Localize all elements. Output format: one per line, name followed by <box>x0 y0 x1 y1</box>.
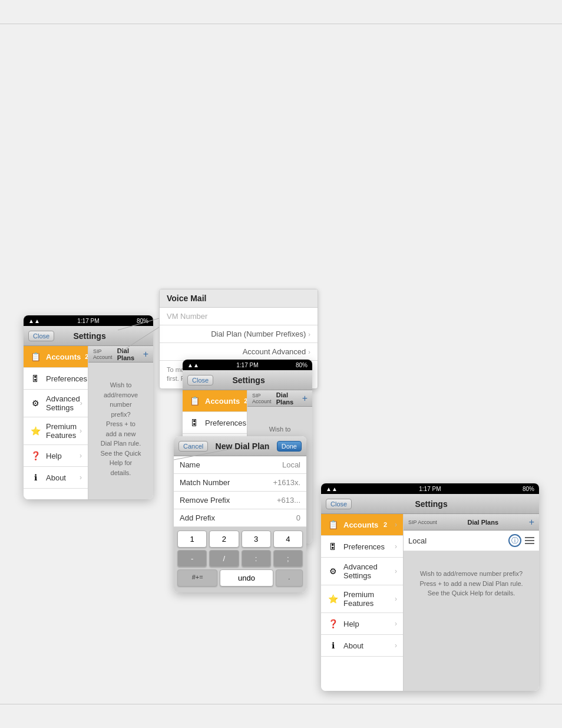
screen4-frame: ▲▲ 1:17 PM 80% Close Settings 📋 Accounts… <box>321 483 539 691</box>
screen3-add-value[interactable]: 0 <box>296 513 300 522</box>
numpad-key-2[interactable]: 2 <box>209 531 239 548</box>
screen1-time: 1:17 PM <box>77 318 99 324</box>
screen4-dialplans-panel: SIP Account Dial Plans + Local ⓘ Wish to… <box>404 514 539 691</box>
screen3-cancel-btn[interactable]: Cancel <box>178 441 208 452</box>
account-advanced-row[interactable]: Account Advanced › <box>160 343 318 361</box>
screen3-name-label: Name <box>180 460 282 469</box>
screen1-item-preferences[interactable]: 🎛 Preferences › <box>24 368 88 390</box>
numpad-key-1[interactable]: 1 <box>177 531 207 548</box>
screen2-accounts-badge: 2 <box>240 397 247 405</box>
screen4-accounts-badge: 2 <box>379 521 391 529</box>
numpad-row-1: 1 2 3 4 <box>177 531 303 548</box>
account-advanced-label: Account Advanced <box>243 347 306 356</box>
screen4-prem-icon: ⭐ <box>327 593 339 605</box>
screen3-remove-row: Remove Prefix +613... <box>174 492 306 509</box>
screen1-frame: ▲▲ 1:17 PM 80% Close Settings 📋 Accounts… <box>24 315 153 499</box>
screen4-prem-chevron: › <box>395 595 397 603</box>
screen4-about-icon: ℹ <box>327 640 339 651</box>
screen1-help-label: Help <box>46 452 80 460</box>
screen3-name-value[interactable]: Local <box>282 460 300 469</box>
help-icon: ❓ <box>29 450 41 462</box>
screen3-add-label: Add Prefix <box>180 513 296 522</box>
screen4-item-premium[interactable]: ⭐ Premium Features › <box>321 585 403 613</box>
screen4-accounts-chevron: › <box>395 521 397 529</box>
top-divider <box>0 24 562 24</box>
screen4-close-btn[interactable]: Close <box>326 499 352 509</box>
screen4-help-chevron: › <box>395 620 397 628</box>
screen4-accounts-label: Accounts <box>343 521 379 529</box>
screen2-dp-nav: SIP Account Dial Plans + <box>247 390 312 407</box>
screen1-dp-title: Dial Plans <box>117 347 143 361</box>
screen3-frame: Cancel New Dial Plan Done Name Local Mat… <box>174 436 306 592</box>
screen4-settings-list: 📋 Accounts 2 › 🎛 Preferences › ⚙ Advance… <box>321 514 404 691</box>
screen1-about-label: About <box>46 473 80 482</box>
screen1-title: Settings <box>73 331 105 341</box>
screen4-accounts-icon: 📋 <box>327 519 339 531</box>
numpad-key-colon[interactable]: : <box>242 550 271 567</box>
screen4-dp-sip: SIP Account <box>408 519 437 525</box>
screen4-status-bar: ▲▲ 1:17 PM 80% <box>321 483 539 494</box>
numpad-key-3[interactable]: 3 <box>242 531 271 548</box>
screen1-accounts-label: Accounts <box>46 353 81 361</box>
screen1-item-help[interactable]: ❓ Help › <box>24 445 88 467</box>
screen1-item-about[interactable]: ℹ About › <box>24 467 88 489</box>
screen3-match-label: Match Number <box>180 478 273 487</box>
numpad-key-dot[interactable]: . <box>276 569 303 587</box>
screen1-item-premium[interactable]: ⭐ Premium Features › <box>24 417 88 445</box>
screen4-dp-hint: Wish to add/remove number prefix? Press … <box>404 569 539 598</box>
screen4-dp-list-item[interactable]: Local ⓘ <box>404 531 539 551</box>
screen3-match-value[interactable]: +1613x. <box>273 478 300 487</box>
screen2-close-btn[interactable]: Close <box>187 375 213 386</box>
screen4-item-accounts[interactable]: 📋 Accounts 2 › <box>321 514 403 536</box>
numpad-row-2: - / : ; <box>177 550 303 567</box>
screen2-accounts-icon: 📋 <box>189 395 200 407</box>
screen4-title: Settings <box>415 499 447 509</box>
screen1-nav-bar: Close Settings <box>24 326 153 346</box>
screen3-remove-value[interactable]: +613... <box>277 496 300 505</box>
screen4-prefs-label: Preferences <box>343 542 395 551</box>
screen2-dp-title: Dial Plans <box>276 391 302 406</box>
screen4-item-about[interactable]: ℹ About › <box>321 635 403 657</box>
numpad-key-undo[interactable]: undo <box>220 569 273 587</box>
screen1-content: 📋 Accounts 2 › 🎛 Preferences › ⚙ Advance… <box>24 346 153 499</box>
screen4-item-help[interactable]: ❓ Help › <box>321 613 403 635</box>
vm-number-field[interactable]: VM Number <box>160 308 318 325</box>
screen1-settings-list: 📋 Accounts 2 › 🎛 Preferences › ⚙ Advance… <box>24 346 88 499</box>
screen4-dp-title: Dial Plans <box>467 519 498 526</box>
screen4-content: 📋 Accounts 2 › 🎛 Preferences › ⚙ Advance… <box>321 514 539 691</box>
screen3-done-btn[interactable]: Done <box>277 441 302 452</box>
screen4-dp-reorder-btn[interactable] <box>525 537 534 544</box>
screen2-title: Settings <box>232 375 265 385</box>
screen4-item-advanced[interactable]: ⚙ Advanced Settings › <box>321 558 403 585</box>
numpad-key-dash[interactable]: - <box>177 550 207 567</box>
screen4-help-icon: ❓ <box>327 618 339 630</box>
screen1-item-accounts[interactable]: 📋 Accounts 2 › <box>24 346 88 368</box>
screen2-time: 1:17 PM <box>236 362 258 368</box>
about-icon: ℹ <box>29 472 41 483</box>
screen2-item-preferences[interactable]: 🎛 Preferences › <box>183 412 247 434</box>
screen4-item-preferences[interactable]: 🎛 Preferences › <box>321 536 403 558</box>
screen4-dp-item-icons: ⓘ <box>508 534 534 547</box>
screen1-close-btn[interactable]: Close <box>28 331 54 341</box>
screen2-dp-plus[interactable]: + <box>302 393 308 404</box>
screen4-dp-nav: SIP Account Dial Plans + <box>404 514 539 531</box>
screen1-prem-label: Premium Features <box>46 422 80 440</box>
screen4-battery: 80% <box>523 486 534 492</box>
screen3-name-row: Name Local <box>174 456 306 474</box>
screen4-prefs-icon: 🎛 <box>327 541 339 552</box>
numpad-key-semicolon[interactable]: ; <box>273 550 303 567</box>
screen1-item-advanced[interactable]: ⚙ Advanced Settings › <box>24 390 88 417</box>
numpad-key-4[interactable]: 4 <box>273 531 303 548</box>
screen2-accounts-label: Accounts <box>205 397 240 406</box>
screen4-dp-plus[interactable]: + <box>529 517 534 528</box>
numpad-key-special[interactable]: #+= <box>177 569 217 587</box>
numpad-key-slash[interactable]: / <box>209 550 239 567</box>
dial-plan-row[interactable]: Dial Plan (Number Prefixes) › <box>160 325 318 343</box>
screen4-time: 1:17 PM <box>419 486 441 492</box>
screen1-signal: ▲▲ <box>28 318 40 324</box>
screen2-battery: 80% <box>296 362 308 368</box>
screen1-dp-plus[interactable]: + <box>143 349 148 360</box>
screen4-signal: ▲▲ <box>326 486 338 492</box>
screen4-dp-info-btn[interactable]: ⓘ <box>508 534 521 547</box>
screen2-item-accounts[interactable]: 📋 Accounts 2 › <box>183 390 247 412</box>
